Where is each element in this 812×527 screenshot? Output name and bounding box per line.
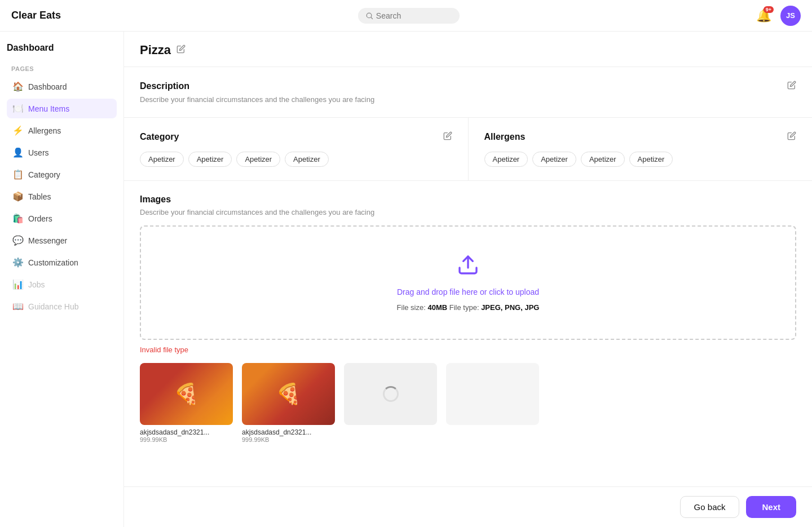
image-thumb-1: 🍕 bbox=[242, 363, 335, 425]
nav-right: 🔔 9+ JS bbox=[756, 6, 801, 26]
file-type-value: JPEG, PNG, JPG bbox=[481, 303, 539, 312]
page-header: Pizza bbox=[124, 32, 812, 67]
sidebar-label-menu-items: Menu Items bbox=[28, 104, 69, 113]
image-card-1[interactable]: 🍕 akjsdsadasd_dn2321... 999.99KB bbox=[242, 363, 335, 443]
allergens-icon: ⚡ bbox=[12, 125, 23, 136]
description-title: Description bbox=[140, 81, 189, 91]
topnav: Clear Eats 🔔 9+ JS bbox=[0, 0, 812, 32]
footer: Go back Next bbox=[124, 486, 812, 527]
sidebar-item-menu-items[interactable]: 🍽️ Menu Items bbox=[7, 99, 117, 118]
sidebar-item-tables[interactable]: 📦 Tables bbox=[7, 187, 117, 206]
sidebar-item-jobs: 📊 Jobs bbox=[7, 274, 117, 294]
orders-icon: 🛍️ bbox=[12, 213, 23, 224]
notification-badge: 9+ bbox=[764, 6, 774, 13]
image-grid: 🍕 akjsdsadasd_dn2321... 999.99KB 🍕 akjsd… bbox=[140, 363, 796, 443]
allergen-tag-0: Apetizer bbox=[484, 152, 528, 167]
sidebar-item-category[interactable]: 📋 Category bbox=[7, 165, 117, 184]
image-size-1: 999.99KB bbox=[242, 436, 335, 443]
image-card-loading bbox=[344, 363, 437, 443]
sidebar-item-orders[interactable]: 🛍️ Orders bbox=[7, 209, 117, 228]
sidebar-item-guidance: 📖 Guidance Hub bbox=[7, 296, 117, 316]
sidebar-label-dashboard: Dashboard bbox=[28, 82, 67, 91]
sidebar-label-messenger: Messenger bbox=[28, 236, 67, 245]
sidebar-label-jobs: Jobs bbox=[28, 280, 45, 289]
upload-icon bbox=[152, 254, 784, 281]
dashboard-icon: 🏠 bbox=[12, 81, 23, 92]
category-tag-3: Apetizer bbox=[285, 152, 329, 167]
image-thumb-0: 🍕 bbox=[140, 363, 233, 425]
app-logo: Clear Eats bbox=[11, 10, 61, 21]
sidebar-label-customization: Customization bbox=[28, 258, 78, 267]
description-subtitle: Describe your financial circumstances an… bbox=[140, 95, 796, 104]
loading-spinner bbox=[383, 386, 399, 402]
menu-items-icon: 🍽️ bbox=[12, 103, 23, 114]
tables-icon: 📦 bbox=[12, 191, 23, 202]
search-icon bbox=[366, 12, 373, 20]
search-input[interactable] bbox=[376, 11, 452, 20]
search-bar[interactable] bbox=[358, 8, 460, 24]
allergen-tag-2: Apetizer bbox=[581, 152, 625, 167]
upload-info: File size: 40MB File type: JPEG, PNG, JP… bbox=[152, 303, 784, 312]
file-size-label: File size: bbox=[397, 303, 428, 312]
sidebar-label-category: Category bbox=[28, 170, 60, 179]
svg-line-1 bbox=[370, 17, 372, 19]
sidebar-item-allergens[interactable]: ⚡ Allergens bbox=[7, 121, 117, 140]
pizza-image-0: 🍕 bbox=[140, 363, 233, 425]
file-type-label: File type: bbox=[449, 303, 481, 312]
category-title: Category bbox=[140, 132, 179, 142]
sidebar-label-orders: Orders bbox=[28, 214, 52, 223]
category-edit-button[interactable] bbox=[443, 131, 452, 143]
category-tags: Apetizer Apetizer Apetizer Apetizer bbox=[140, 152, 452, 167]
allergens-edit-button[interactable] bbox=[787, 131, 796, 143]
images-title: Images bbox=[140, 194, 171, 205]
image-thumb-loading bbox=[344, 363, 437, 425]
main-layout: Dashboard PAGES 🏠 Dashboard 🍽️ Menu Item… bbox=[0, 32, 812, 527]
image-filename-0: akjsdsadasd_dn2321... bbox=[140, 428, 233, 436]
customization-icon: ⚙️ bbox=[12, 257, 23, 268]
sidebar: Dashboard PAGES 🏠 Dashboard 🍽️ Menu Item… bbox=[0, 32, 124, 527]
image-thumb-empty bbox=[446, 363, 539, 425]
notification-button[interactable]: 🔔 9+ bbox=[756, 8, 771, 23]
category-tag-0: Apetizer bbox=[140, 152, 184, 167]
content-area: Pizza Description bbox=[124, 32, 812, 486]
allergens-tags: Apetizer Apetizer Apetizer Apetizer bbox=[484, 152, 797, 167]
sidebar-label-users: Users bbox=[28, 148, 49, 157]
file-size-value: 40MB bbox=[427, 303, 447, 312]
sidebar-item-messenger[interactable]: 💬 Messenger bbox=[7, 231, 117, 250]
upload-zone[interactable]: Drag and drop file here or click to uplo… bbox=[140, 225, 796, 340]
category-section: Category Apetizer Apetizer Ape bbox=[124, 118, 469, 180]
image-size-0: 999.99KB bbox=[140, 436, 233, 443]
upload-text: Drag and drop file here or click to uplo… bbox=[152, 287, 784, 296]
image-card-0[interactable]: 🍕 akjsdsadasd_dn2321... 999.99KB bbox=[140, 363, 233, 443]
sidebar-item-dashboard[interactable]: 🏠 Dashboard bbox=[7, 77, 117, 96]
sidebar-label-allergens: Allergens bbox=[28, 126, 61, 135]
users-icon: 👤 bbox=[12, 147, 23, 158]
messenger-icon: 💬 bbox=[12, 235, 23, 246]
sidebar-dashboard-title: Dashboard bbox=[7, 43, 117, 59]
jobs-icon: 📊 bbox=[12, 279, 23, 290]
category-icon: 📋 bbox=[12, 169, 23, 180]
images-section: Images Describe your financial circumsta… bbox=[124, 181, 812, 457]
description-edit-button[interactable] bbox=[787, 81, 796, 92]
page-title-edit-button[interactable] bbox=[176, 45, 186, 56]
category-tag-1: Apetizer bbox=[188, 152, 232, 167]
sidebar-item-customization[interactable]: ⚙️ Customization bbox=[7, 253, 117, 272]
image-filename-1: akjsdsadasd_dn2321... bbox=[242, 428, 335, 436]
pizza-image-1: 🍕 bbox=[242, 363, 335, 425]
allergen-tag-3: Apetizer bbox=[629, 152, 673, 167]
category-allergens-row: Category Apetizer Apetizer Ape bbox=[124, 118, 812, 181]
page-title: Pizza bbox=[140, 43, 171, 57]
sidebar-item-users[interactable]: 👤 Users bbox=[7, 143, 117, 162]
avatar[interactable]: JS bbox=[780, 6, 801, 26]
go-back-button[interactable]: Go back bbox=[680, 496, 740, 518]
images-subtitle: Describe your financial circumstances an… bbox=[140, 208, 796, 216]
upload-error: Invalid file type bbox=[140, 346, 796, 354]
guidance-icon: 📖 bbox=[12, 301, 23, 312]
allergens-title: Allergens bbox=[484, 132, 526, 142]
next-button[interactable]: Next bbox=[746, 496, 796, 518]
sidebar-label-tables: Tables bbox=[28, 192, 51, 201]
description-section: Description Describe your financial circ… bbox=[124, 67, 812, 118]
image-card-empty bbox=[446, 363, 539, 443]
category-tag-2: Apetizer bbox=[236, 152, 280, 167]
allergen-tag-1: Apetizer bbox=[532, 152, 576, 167]
